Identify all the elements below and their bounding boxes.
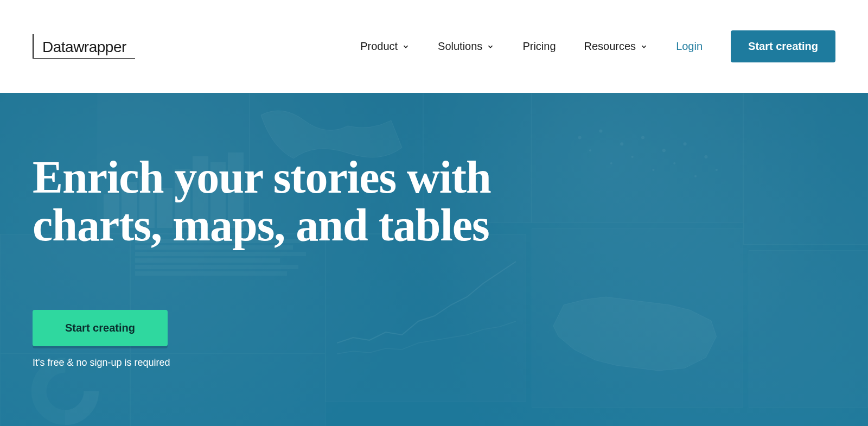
chevron-down-icon (640, 43, 648, 50)
nav-product[interactable]: Product (360, 40, 410, 53)
hero-heading: Enrich your stories with charts, maps, a… (33, 154, 521, 249)
nav-solutions[interactable]: Solutions (438, 40, 494, 53)
chevron-down-icon (402, 43, 410, 50)
site-header: Datawrapper Product Solutions Pricing Re… (0, 0, 868, 93)
hero-section: Enrich your stories with charts, maps, a… (0, 93, 868, 426)
brand-logo[interactable]: Datawrapper (33, 34, 135, 59)
nav-label: Pricing (522, 40, 556, 53)
nav-pricing[interactable]: Pricing (522, 40, 556, 53)
login-label: Login (676, 40, 703, 53)
header-cta-button[interactable]: Start creating (731, 30, 835, 62)
main-nav: Product Solutions Pricing Resources Logi… (360, 30, 835, 62)
brand-name: Datawrapper (42, 39, 126, 56)
nav-label: Solutions (438, 40, 482, 53)
nav-label: Resources (584, 40, 636, 53)
chevron-down-icon (487, 43, 494, 50)
hero-subtext: It's free & no sign-up is required (33, 357, 868, 368)
hero-content: Enrich your stories with charts, maps, a… (0, 93, 868, 368)
hero-cta-button[interactable]: Start creating (33, 310, 168, 346)
nav-login[interactable]: Login (676, 40, 703, 53)
nav-resources[interactable]: Resources (584, 40, 648, 53)
nav-label: Product (360, 40, 398, 53)
